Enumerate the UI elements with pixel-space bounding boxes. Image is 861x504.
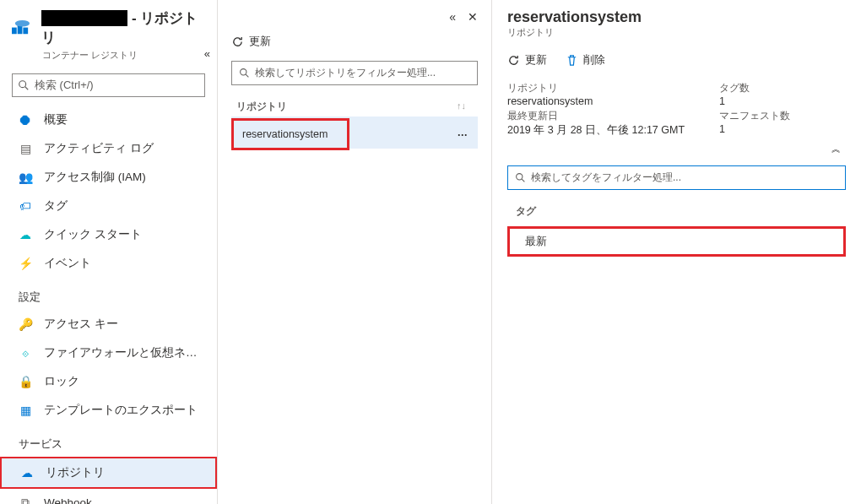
detail-title: reservationsystem (492, 0, 861, 26)
svg-rect-4 (23, 28, 28, 35)
detail-refresh-button[interactable]: 更新 (507, 52, 547, 68)
repositories-panel: « ✕ 更新 検索してリポジトリをフィルター処理... リポジトリ ↑↓ res… (218, 0, 492, 504)
row-more-icon[interactable]: … (458, 127, 470, 138)
key-icon: 🔑 (19, 317, 32, 331)
meta-tagcount-label: タグ数 (719, 81, 846, 95)
repo-icon: ☁ (20, 466, 34, 480)
page-title: xxxxxxxxxx - リポジトリ (41, 8, 205, 47)
rocket-icon: ☁ (19, 228, 32, 241)
detail-subtitle: リポジトリ (492, 26, 861, 44)
meta-updated-label: 最終更新日 (507, 109, 719, 123)
sort-icon[interactable]: ↑↓ (457, 100, 466, 113)
nav-item-overview[interactable]: ⯃概要 (0, 106, 217, 134)
nav-item-webhook[interactable]: ⧉Webhook (0, 489, 217, 504)
tag-filter-input[interactable]: 検索してタグをフィルター処理... (507, 165, 846, 190)
nav-item-iam[interactable]: 👥アクセス制御 (IAM) (0, 163, 217, 192)
nav-item-quickstart[interactable]: ☁クイック スタート (0, 220, 217, 249)
people-icon: 👥 (19, 171, 32, 184)
nav-group-services: サービス (0, 425, 217, 457)
left-nav: xxxxxxxxxx - リポジトリ コンテナー レジストリ « 検索 (Ctr… (0, 0, 218, 504)
metadata-grid: リポジトリ reservationsystem タグ数 1 最終更新日 2019… (492, 73, 861, 141)
collapse-panel-icon[interactable]: « (449, 10, 456, 24)
nav-item-events[interactable]: ⚡イベント (0, 249, 217, 278)
svg-rect-2 (12, 28, 17, 35)
tag-column-header[interactable]: タグ (492, 193, 861, 223)
nav-item-access-keys[interactable]: 🔑アクセス キー (0, 310, 217, 339)
lock-icon: 🔒 (19, 375, 32, 388)
meta-manifest-label: マニフェスト数 (719, 109, 846, 123)
repo-filter-input[interactable]: 検索してリポジトリをフィルター処理... (231, 61, 478, 85)
refresh-button[interactable]: 更新 (231, 34, 271, 49)
repo-column-header[interactable]: リポジトリ ↑↓ (218, 90, 491, 118)
webhook-icon: ⧉ (19, 496, 32, 504)
polygon-icon: ⯃ (19, 113, 32, 127)
meta-tagcount-value: 1 (719, 95, 846, 107)
log-icon: ▤ (19, 142, 32, 155)
tag-icon: 🏷 (19, 199, 32, 213)
close-panel-icon[interactable]: ✕ (468, 10, 478, 24)
nav-item-export-template[interactable]: ▦テンプレートのエクスポート (0, 396, 217, 425)
nav-item-activity-log[interactable]: ▤アクティビティ ログ (0, 134, 217, 163)
firewall-icon: ⟐ (19, 346, 32, 360)
collapse-meta-icon[interactable]: ︽ (831, 144, 841, 154)
nav-item-tags[interactable]: 🏷タグ (0, 192, 217, 220)
list-item[interactable]: 最新 (510, 229, 843, 254)
registry-logo-icon (12, 19, 35, 36)
nav-group-settings: 設定 (0, 278, 217, 310)
bolt-icon: ⚡ (19, 257, 32, 270)
repository-detail-panel: reservationsystem リポジトリ 更新 削除 リポジトリ rese… (492, 0, 861, 504)
collapse-nav-icon[interactable]: « (204, 47, 210, 60)
meta-repo-value: reservationsystem (507, 95, 719, 107)
template-icon: ▦ (19, 404, 32, 417)
repo-row-highlight: reservationsystem (231, 118, 349, 150)
tag-row-highlight: 最新 (507, 226, 846, 257)
meta-repo-label: リポジトリ (507, 81, 719, 95)
svg-point-5 (15, 20, 30, 27)
nav-item-repositories[interactable]: ☁リポジトリ (0, 457, 217, 489)
page-subtitle: コンテナー レジストリ (0, 49, 217, 68)
meta-updated-value: 2019 年 3 月 28 日、午後 12:17 GMT (507, 123, 719, 138)
nav-item-firewall[interactable]: ⟐ファイアウォールと仮想ネット ... (0, 339, 217, 367)
nav-search-input[interactable]: 検索 (Ctrl+/) (12, 73, 205, 97)
detail-delete-button[interactable]: 削除 (566, 52, 605, 68)
meta-manifest-value: 1 (719, 123, 846, 135)
list-item[interactable]: reservationsystem (234, 121, 347, 148)
nav-main-group: ⯃概要 ▤アクティビティ ログ 👥アクセス制御 (IAM) 🏷タグ ☁クイック … (0, 106, 217, 278)
nav-item-locks[interactable]: 🔒ロック (0, 367, 217, 396)
